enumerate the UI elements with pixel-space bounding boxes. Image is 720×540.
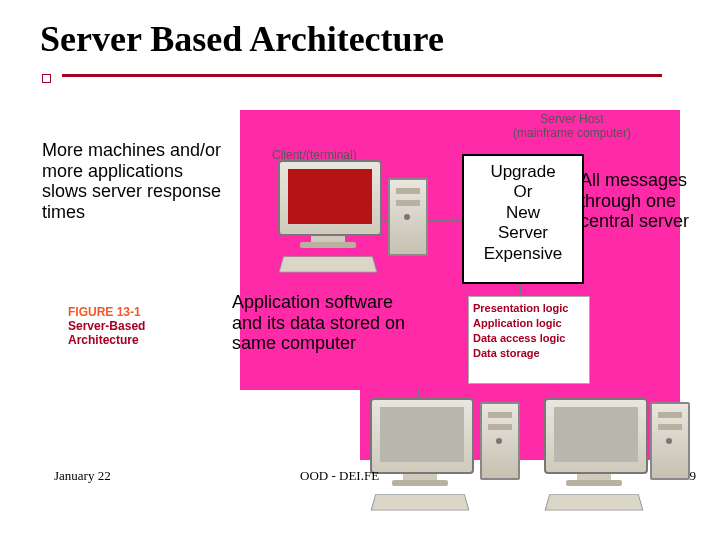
footer-date: January 22 — [54, 468, 111, 484]
logic-l2: Application logic — [473, 316, 585, 331]
host-label: Server Host (mainframe computer) — [477, 112, 667, 140]
slide-title: Server Based Architecture — [40, 18, 444, 60]
logic-l4: Data storage — [473, 346, 585, 361]
footer-center: OOD - DEI.FE — [300, 468, 379, 484]
footer-page-number: 9 — [690, 468, 697, 484]
annotation-center: Application software and its data stored… — [232, 292, 412, 354]
figure-number: FIGURE 13-1 — [68, 305, 141, 319]
server-box-l1: Upgrade — [464, 162, 582, 182]
server-box-l4: Server — [464, 223, 582, 243]
annotation-left: More machines and/or more applications s… — [42, 140, 232, 223]
slide: Server Based Architecture More machines … — [0, 0, 720, 540]
title-bullet-icon — [42, 74, 51, 83]
client-tower-icon — [388, 178, 428, 256]
host-label-line1: Server Host — [540, 112, 603, 126]
title-underline — [62, 74, 662, 77]
annotation-right: All messages through one central server — [580, 170, 710, 232]
extra-computer-icon — [370, 398, 470, 512]
server-box-l2: Or — [464, 182, 582, 202]
server-box-l5: Expensive — [464, 244, 582, 264]
logic-layers-box: Presentation logic Application logic Dat… — [468, 296, 590, 384]
extra-tower-icon — [480, 402, 520, 480]
logic-l1: Presentation logic — [473, 301, 585, 316]
server-box-l3: New — [464, 203, 582, 223]
host-label-line2: (mainframe computer) — [513, 126, 631, 140]
extra-tower-icon — [650, 402, 690, 480]
logic-l3: Data access logic — [473, 331, 585, 346]
extra-computer-icon — [544, 398, 644, 512]
client-computer-icon — [278, 160, 378, 274]
server-cost-box: Upgrade Or New Server Expensive — [462, 154, 584, 284]
figure-title: Server-Based Architecture — [68, 320, 168, 348]
